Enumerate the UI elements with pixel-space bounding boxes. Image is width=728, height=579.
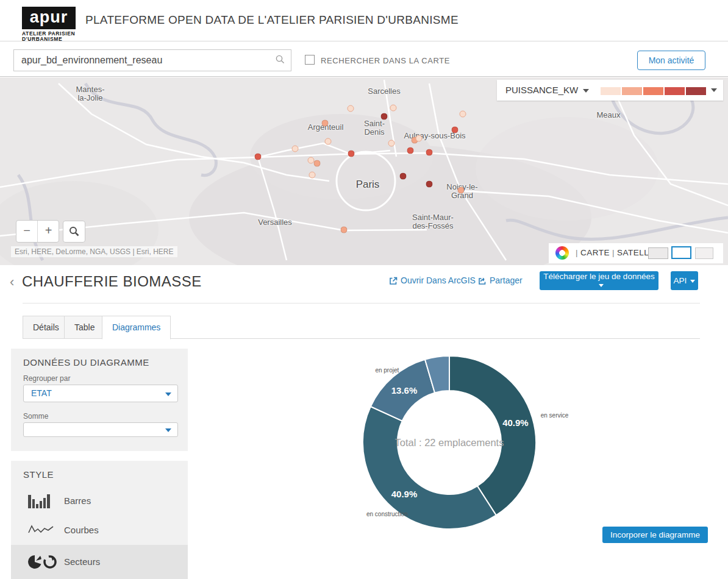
logo-subtitle-2: D'URBANISME: [22, 36, 76, 42]
donut-pct-label: 40.9%: [391, 489, 418, 499]
legend-ramp-swatch: [601, 87, 621, 95]
map-feature-dot[interactable]: [292, 146, 299, 152]
search-in-map-checkbox[interactable]: [305, 55, 315, 65]
map-feature-dot[interactable]: [348, 105, 354, 112]
external-link-icon: [389, 277, 398, 285]
style-bars-label: Barres: [64, 496, 91, 506]
pie-chart-icon: [28, 555, 57, 572]
tab-diagrammes-active[interactable]: Diagrammes: [102, 316, 171, 339]
basemap-carte-button[interactable]: CARTE: [580, 248, 610, 257]
dataset-title: CHAUFFERIE BIOMASSE: [22, 273, 202, 290]
basemap-thumb-3[interactable]: [695, 247, 713, 259]
group-by-label: Regrouper par: [23, 374, 70, 383]
site-header: apur ATELIER PARISIEN D'URBANISME PLATEF…: [0, 0, 728, 41]
donut-chart[interactable]: 40.9%en service40.9%en construction13.6%…: [341, 347, 598, 549]
style-option-bars[interactable]: Barres: [11, 486, 188, 516]
map-feature-dot[interactable]: [452, 127, 459, 133]
share-icon: [478, 277, 487, 285]
map-feature-dot[interactable]: [426, 181, 433, 188]
line-chart-icon: [28, 523, 55, 540]
chevron-down-icon: [165, 393, 171, 396]
chart-data-panel: DONNÉES DU DIAGRAMME Regrouper par ETAT …: [11, 349, 188, 451]
donut-pct-label: 13.6%: [391, 385, 418, 396]
map-city-label: Versailles: [258, 218, 292, 227]
donut-pct-label: 40.9%: [502, 417, 529, 428]
map-feature-dot[interactable]: [348, 151, 355, 157]
map-feature-dot[interactable]: [426, 149, 433, 156]
donut-slice-name-label: en construction: [366, 511, 408, 517]
style-lines-label: Courbes: [64, 525, 99, 535]
site-title: PLATEFORME OPEN DATA DE L'ATELIER PARISI…: [85, 13, 459, 27]
group-by-select[interactable]: ETAT: [23, 385, 178, 402]
map-feature-dot[interactable]: [381, 113, 388, 120]
apur-logo[interactable]: apur: [22, 7, 76, 29]
map-attribution: Esri, HERE, DeLorme, NGA, USGS | Esri, H…: [11, 246, 177, 257]
map-feature-dot[interactable]: [390, 105, 397, 112]
basemap-thumb-2-selected[interactable]: [671, 246, 691, 259]
zoom-control: − +: [16, 220, 59, 243]
map-city-label: Meaux: [596, 111, 620, 119]
donut-center-total-label: Total : 22 emplacements: [395, 437, 504, 448]
map-feature-dot[interactable]: [460, 111, 466, 118]
basemap-thumb-1[interactable]: [648, 247, 668, 259]
back-chevron-icon[interactable]: ‹: [10, 274, 14, 290]
chart-data-heading: DONNÉES DU DIAGRAMME: [23, 357, 149, 368]
my-activity-button[interactable]: Mon activité: [637, 51, 705, 70]
tab-table[interactable]: Table: [64, 316, 105, 339]
bar-chart-icon: [28, 494, 55, 511]
map-feature-dot[interactable]: [322, 120, 329, 127]
color-wheel-icon[interactable]: [555, 246, 569, 260]
embed-chart-button[interactable]: Incorporer le diagramme: [602, 527, 708, 543]
map-legend: PUISSANCE_KW: [497, 80, 723, 101]
map-feature-dot[interactable]: [458, 187, 465, 194]
style-option-lines[interactable]: Courbes: [11, 516, 188, 545]
legend-field-selector[interactable]: PUISSANCE_KW: [505, 85, 589, 95]
basemap-switcher: |CARTE|SATELLITE: [549, 243, 723, 263]
style-pie-label: Secteurs: [64, 556, 100, 567]
search-input[interactable]: [13, 49, 291, 71]
chevron-down-icon: [583, 89, 589, 93]
map-feature-dot[interactable]: [255, 154, 262, 160]
map-feature-dot[interactable]: [407, 147, 414, 154]
map-search-button[interactable]: [63, 221, 85, 243]
map-city-label: Saint-Maur-des-Fossés: [412, 213, 454, 230]
legend-ramp-swatch: [665, 87, 685, 95]
map-feature-dot[interactable]: [388, 140, 395, 147]
open-in-arcgis-link[interactable]: Ouvrir Dans ArcGIS: [389, 275, 476, 285]
map-feature-dot[interactable]: [314, 160, 321, 167]
zoom-in-button[interactable]: +: [38, 221, 59, 242]
download-dataset-button[interactable]: Télécharger le jeu de données: [540, 271, 658, 290]
search-bar: RECHERCHER DANS LA CARTE Mon activité: [0, 42, 728, 77]
tab-details[interactable]: Détails: [23, 316, 70, 339]
legend-ramp-swatch: [622, 87, 642, 95]
map-city-label: Mantes-la-Jolie: [76, 85, 105, 102]
style-option-pie-selected[interactable]: Secteurs: [11, 545, 188, 579]
map-feature-dot[interactable]: [325, 138, 332, 145]
search-icon[interactable]: [276, 55, 285, 66]
share-link[interactable]: Partager: [478, 275, 523, 285]
api-button[interactable]: API: [671, 271, 698, 290]
map-city-label: Saint-Denis: [364, 119, 385, 137]
map-feature-dot[interactable]: [341, 227, 348, 233]
legend-ramp-swatch: [686, 87, 706, 95]
map-feature-dot[interactable]: [416, 135, 423, 142]
map-feature-dot[interactable]: [309, 172, 316, 179]
sum-select[interactable]: [23, 422, 178, 437]
map-city-label: Paris: [356, 179, 380, 190]
sum-label: Somme: [23, 412, 48, 421]
donut-slice-name-label: en service: [541, 412, 569, 419]
style-heading: STYLE: [23, 469, 54, 480]
divider: [23, 303, 700, 304]
search-in-map-label: RECHERCHER DANS LA CARTE: [321, 56, 450, 65]
legend-color-ramp: [601, 87, 707, 98]
map-feature-dot[interactable]: [400, 173, 407, 180]
map-city-label: Sarcelles: [368, 87, 400, 96]
donut-slice-name-label: en projet: [375, 367, 399, 374]
zoom-out-button[interactable]: −: [16, 221, 38, 242]
map-canvas[interactable]: Mantes-la-JolieSarcellesArgenteuilSaint-…: [0, 77, 728, 265]
chevron-down-icon: [165, 428, 171, 432]
page: apur ATELIER PARISIEN D'URBANISME PLATEF…: [0, 0, 728, 579]
style-panel: STYLE Barres Courbes Secteurs: [11, 461, 188, 579]
legend-ramp-swatch: [643, 87, 663, 95]
legend-chevron-down-icon[interactable]: [711, 88, 717, 92]
